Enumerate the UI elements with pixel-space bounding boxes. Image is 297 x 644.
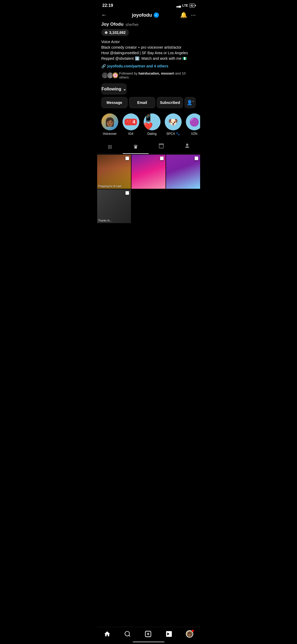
tab-reels[interactable] bbox=[149, 140, 175, 154]
grid-icon: ⊞ bbox=[108, 144, 112, 150]
profile-bio: Voice Actor Black comedy creator + pro v… bbox=[101, 39, 196, 61]
battery-indicator: 82 bbox=[189, 3, 195, 8]
highlight-spca-label: SPCA 🐾 bbox=[166, 132, 180, 136]
highlight-spca[interactable]: 🐶 SPCA 🐾 bbox=[165, 113, 182, 136]
status-time: 22:19 bbox=[102, 3, 113, 8]
signal-icon: ▂▄ bbox=[176, 4, 181, 7]
profile-name-row: Joy Ofodu she/her bbox=[101, 22, 196, 27]
tab-tagged[interactable] bbox=[174, 140, 200, 154]
highlight-dating-circle: 📱❤️ bbox=[144, 113, 161, 130]
nav-actions: 🔔 ··· bbox=[180, 12, 196, 19]
threads-count-badge[interactable]: ⊛ 3,102,692 bbox=[101, 29, 129, 36]
highlight-dating-label: Dating bbox=[147, 132, 157, 136]
highlight-voiceover-label: Voiceover bbox=[103, 132, 117, 136]
highlight-voiceover-circle: 👩🏾 bbox=[101, 113, 118, 130]
highlights-row: 👩🏾 Voiceover ❤️ 4 IG4 📱❤️ Dating 🐶 SPCA … bbox=[97, 113, 200, 140]
top-nav: ← joyofodu ✓ 🔔 ··· bbox=[97, 10, 200, 22]
post-4-caption: Thanks fo... bbox=[98, 219, 112, 222]
crown-icon: ♛ bbox=[133, 144, 138, 150]
highlight-vzn[interactable]: 🟣 VZN bbox=[186, 113, 200, 136]
profile-display-name: Joy Ofodu bbox=[101, 22, 124, 27]
highlight-ig4-label: IG4 bbox=[128, 132, 133, 136]
threads-count-value: 3,102,692 bbox=[109, 30, 126, 35]
followed-by-names: hairducation, mosseri bbox=[138, 71, 174, 75]
tagged-icon bbox=[184, 143, 190, 150]
grid-post-1[interactable]: Prepping for di road bbox=[97, 155, 131, 189]
status-bar: 22:19 ▂▄ LTE 82 bbox=[97, 0, 200, 10]
bio-line-2: Black comedy creator + pro voiceover art… bbox=[101, 45, 196, 50]
reel-icon-4 bbox=[125, 191, 129, 196]
bio-line-4: Repped @sbvtalent ⬇️: Watch and work wit… bbox=[101, 56, 196, 61]
grid-post-3[interactable] bbox=[166, 155, 200, 189]
email-button[interactable]: Email bbox=[129, 97, 155, 108]
grid-post-2[interactable] bbox=[131, 155, 166, 189]
reel-icon-3 bbox=[194, 156, 199, 161]
profile-section: Joy Ofodu she/her ⊛ 3,102,692 Voice Acto… bbox=[97, 22, 200, 108]
highlight-voiceover[interactable]: 👩🏾 Voiceover bbox=[101, 113, 118, 136]
link-icon: 🔗 bbox=[101, 64, 106, 68]
back-button[interactable]: ← bbox=[101, 12, 111, 19]
followed-by-text: Followed by hairducation, mosseri and 10… bbox=[119, 71, 196, 79]
reel-icon-2 bbox=[160, 156, 164, 161]
profile-tabs: ⊞ ♛ bbox=[97, 140, 200, 154]
follower-avatar-3: 🌸 bbox=[112, 72, 119, 79]
followed-by: 🌸 Followed by hairducation, mosseri and … bbox=[101, 71, 196, 79]
profile-username-title: joyofodu ✓ bbox=[132, 12, 159, 18]
status-icons: ▂▄ LTE 82 bbox=[176, 3, 195, 8]
verified-badge: ✓ bbox=[154, 12, 159, 18]
posts-grid: Prepping for di road Thanks fo... bbox=[97, 155, 200, 223]
post-1-caption: Prepping for di road bbox=[98, 185, 121, 188]
profile-pronouns: she/her bbox=[126, 22, 139, 27]
link-text: joyofodu.com/partner and 4 others bbox=[107, 64, 168, 68]
highlight-spca-circle: 🐶 bbox=[165, 113, 182, 130]
add-friend-icon: 👤+ bbox=[187, 100, 194, 105]
following-label: Following bbox=[102, 87, 121, 91]
tab-grid[interactable]: ⊞ bbox=[97, 140, 123, 154]
more-options-icon[interactable]: ··· bbox=[191, 12, 196, 19]
subscribed-button[interactable]: Subscribed bbox=[157, 97, 183, 108]
threads-icon: ⊛ bbox=[105, 30, 108, 35]
network-type: LTE bbox=[182, 4, 188, 7]
notification-bell-icon[interactable]: 🔔 bbox=[180, 12, 187, 19]
bio-line-1: Voice Actor bbox=[101, 39, 196, 45]
bio-line-3: Host @datingunsettled | SF Bay Area or L… bbox=[101, 50, 196, 56]
highlight-ig4-circle: ❤️ 4 bbox=[122, 113, 139, 130]
tab-crown[interactable]: ♛ bbox=[123, 140, 149, 154]
chevron-down-icon: ⌄ bbox=[123, 86, 126, 91]
bio-link[interactable]: 🔗 joyofodu.com/partner and 4 others bbox=[101, 64, 196, 68]
followed-by-label: Followed by bbox=[119, 71, 139, 75]
highlight-dating[interactable]: 📱❤️ Dating bbox=[144, 113, 161, 136]
highlight-vzn-circle: 🟣 bbox=[186, 113, 200, 130]
username-text: joyofodu bbox=[132, 12, 152, 18]
highlight-ig4[interactable]: ❤️ 4 IG4 bbox=[122, 113, 139, 136]
add-friend-button[interactable]: 👤+ bbox=[185, 97, 196, 108]
reels-tab-icon bbox=[158, 143, 164, 150]
following-button[interactable]: Following ⌄ bbox=[101, 84, 127, 94]
grid-post-4[interactable]: Thanks fo... bbox=[97, 189, 131, 223]
action-buttons-row: Message Email Subscribed 👤+ bbox=[101, 97, 196, 108]
reel-icon-1 bbox=[125, 156, 129, 161]
follower-avatars: 🌸 bbox=[101, 72, 117, 79]
message-button[interactable]: Message bbox=[101, 97, 128, 108]
highlight-vzn-label: VZN bbox=[191, 132, 197, 136]
